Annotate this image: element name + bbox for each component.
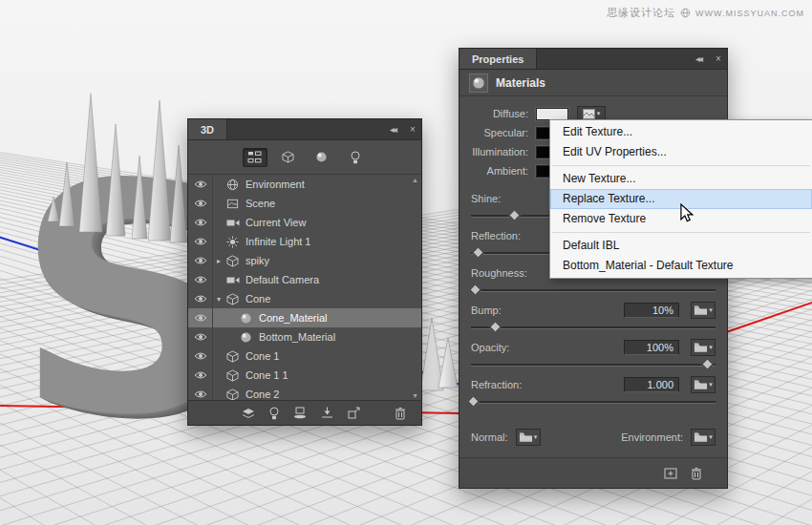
3d-layer-row-environment[interactable]: Environment xyxy=(188,175,421,194)
texture-folder-button[interactable]: ▾ xyxy=(691,302,716,319)
3d-layer-row-bottom-material[interactable]: Bottom_Material xyxy=(188,327,421,346)
caret-down-icon: ▾ xyxy=(709,306,713,314)
close-panel-icon[interactable]: × xyxy=(708,49,727,69)
slider-track[interactable] xyxy=(471,401,716,404)
slider-track[interactable] xyxy=(471,364,716,367)
slider-row-refraction: Refraction:1.000▾ xyxy=(471,377,716,404)
3d-layer-row-current-view[interactable]: Current View xyxy=(188,213,421,232)
mouse-cursor xyxy=(679,203,694,223)
visibility-eye-icon[interactable] xyxy=(188,232,213,251)
visibility-eye-icon[interactable] xyxy=(188,270,213,289)
slider-label: Opacity: xyxy=(471,342,509,353)
delete-icon[interactable] xyxy=(395,407,406,420)
3d-layer-row-cone[interactable]: ▾Cone xyxy=(188,289,421,308)
merge-down-icon[interactable] xyxy=(321,407,333,419)
layer-label: Cone_Material xyxy=(259,312,328,324)
lights-filter-icon[interactable] xyxy=(343,148,368,167)
color-row-label: Illumination: xyxy=(471,146,528,158)
visibility-eye-icon[interactable] xyxy=(188,346,213,366)
scene-filter-icon[interactable] xyxy=(243,148,267,167)
slider-thumb[interactable] xyxy=(467,395,480,408)
3d-layer-row-infinite-light-1[interactable]: Infinite Light 1 xyxy=(188,232,421,251)
environment-texture-button[interactable]: ▾ xyxy=(691,429,716,446)
visibility-eye-icon[interactable] xyxy=(188,327,213,346)
lightbulb-icon[interactable] xyxy=(269,407,279,420)
new-material-icon[interactable] xyxy=(664,468,677,479)
visibility-eye-icon[interactable] xyxy=(188,175,213,194)
3d-panel: 3D ◂◂ × ▲ ▼ EnvironmentSceneCurrent View… xyxy=(187,118,422,426)
3d-layer-row-cone-1[interactable]: Cone 1 xyxy=(188,346,421,366)
slider-track[interactable] xyxy=(471,326,716,329)
slider-row-bump: Bump:10%▾ xyxy=(471,303,716,329)
mesh-icon xyxy=(224,388,241,401)
3d-layer-list: ▲ ▼ EnvironmentSceneCurrent ViewInfinite… xyxy=(188,175,421,402)
layer-label: Infinite Light 1 xyxy=(246,236,311,247)
ground-shadow-icon[interactable] xyxy=(293,407,307,419)
visibility-eye-icon[interactable] xyxy=(188,251,213,270)
3d-layer-row-cone-1-1[interactable]: Cone 1 1 xyxy=(188,366,421,385)
3d-layer-row-default-camera[interactable]: Default Camera xyxy=(188,270,421,289)
visibility-eye-icon[interactable] xyxy=(188,213,213,232)
slider-thumb[interactable] xyxy=(489,321,502,333)
material-icon xyxy=(238,331,254,344)
visibility-eye-icon[interactable] xyxy=(188,366,213,385)
slider-track[interactable] xyxy=(471,289,716,292)
close-panel-icon[interactable]: × xyxy=(402,119,421,139)
layer-label: Cone 1 xyxy=(246,350,279,362)
menu-item-bottom-material-default-texture[interactable]: Bottom_Material - Default Texture xyxy=(550,256,812,276)
mesh-icon xyxy=(224,350,241,363)
normal-texture-button[interactable]: ▾ xyxy=(516,429,541,446)
slider-thumb[interactable] xyxy=(472,246,484,259)
menu-item-new-texture[interactable]: New Texture... xyxy=(550,169,812,189)
disclosure-expanded-icon[interactable]: ▾ xyxy=(213,295,224,304)
disclosure-collapsed-icon[interactable]: ▸ xyxy=(213,257,224,265)
caret-down-icon: ▾ xyxy=(534,433,538,441)
normal-label: Normal: xyxy=(471,431,508,443)
3d-layer-row-scene[interactable]: Scene xyxy=(188,194,421,213)
menu-item-edit-texture[interactable]: Edit Texture... xyxy=(550,122,812,142)
collapse-panel-icon[interactable]: ◂◂ xyxy=(383,119,402,139)
properties-header: Materials xyxy=(459,70,727,96)
collapse-panel-icon[interactable]: ◂◂ xyxy=(689,49,708,69)
visibility-eye-icon[interactable] xyxy=(188,289,213,308)
scroll-up-icon[interactable]: ▲ xyxy=(412,177,418,184)
camera-icon xyxy=(224,218,241,227)
tab-3d[interactable]: 3D xyxy=(188,119,227,139)
caret-down-icon: ▾ xyxy=(597,110,601,117)
layer-label: Scene xyxy=(246,198,275,209)
3d-layer-row-cone-material[interactable]: Cone_Material xyxy=(188,308,421,327)
menu-separator xyxy=(552,165,810,166)
slider-thumb[interactable] xyxy=(508,209,521,221)
slider-label: Reflection: xyxy=(471,230,521,242)
menu-item-edit-uv-properties[interactable]: Edit UV Properties... xyxy=(550,142,812,162)
scroll-down-icon[interactable]: ▼ xyxy=(412,392,418,400)
visibility-eye-icon[interactable] xyxy=(188,308,213,327)
slider-thumb[interactable] xyxy=(469,284,481,296)
slider-label: Bump: xyxy=(471,304,502,316)
value-field[interactable]: 10% xyxy=(624,303,679,318)
color-swatch[interactable] xyxy=(536,108,568,120)
slider-label: Refraction: xyxy=(471,379,522,390)
color-row-label: Ambient: xyxy=(471,165,528,177)
canvas-viewport[interactable]: S 思缘设计论坛 WWW.MISSYUAN.COM 3D ◂◂ × ▲ ▼ En… xyxy=(0,0,812,525)
scale-icon[interactable] xyxy=(348,407,360,419)
texture-folder-button[interactable]: ▾ xyxy=(691,339,716,356)
materials-filter-icon[interactable] xyxy=(310,148,334,167)
value-field[interactable]: 100% xyxy=(624,340,679,355)
light-icon xyxy=(224,236,241,248)
delete-icon[interactable] xyxy=(691,467,702,480)
meshes-filter-icon[interactable] xyxy=(276,148,301,167)
3d-layer-row-spiky[interactable]: ▸spiky xyxy=(188,251,421,270)
value-field[interactable]: 1.000 xyxy=(624,377,679,392)
stack-icon[interactable] xyxy=(242,408,255,419)
properties-title: Materials xyxy=(496,76,545,90)
watermark: 思缘设计论坛 WWW.MISSYUAN.COM xyxy=(607,6,804,20)
caret-down-icon: ▾ xyxy=(709,381,713,388)
texture-folder-button[interactable]: ▾ xyxy=(691,376,716,393)
layer-label: Bottom_Material xyxy=(259,331,335,343)
menu-item-default-ibl[interactable]: Default IBL xyxy=(550,236,812,256)
slider-label: Shine: xyxy=(471,193,501,204)
tab-properties[interactable]: Properties xyxy=(459,49,537,69)
visibility-eye-icon[interactable] xyxy=(188,194,213,213)
slider-thumb[interactable] xyxy=(701,358,714,370)
